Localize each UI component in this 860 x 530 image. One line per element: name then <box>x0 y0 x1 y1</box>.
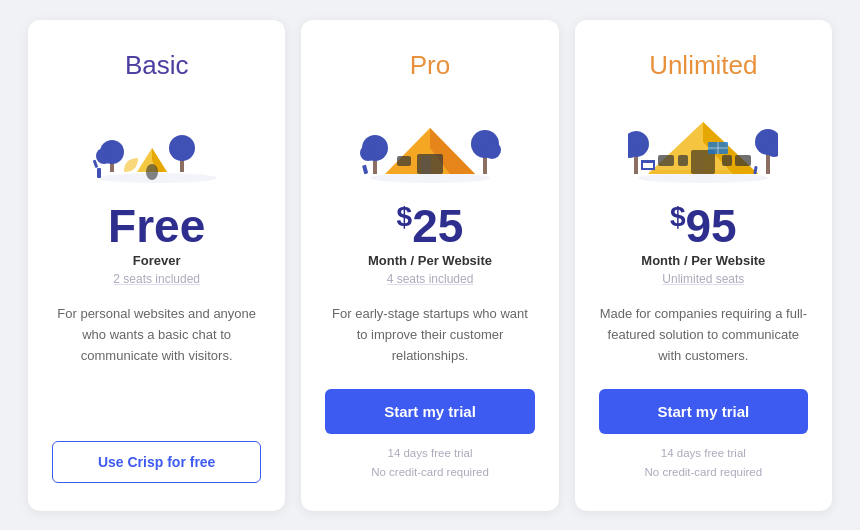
plan-name-basic: Basic <box>125 50 189 81</box>
svg-rect-46 <box>641 160 655 163</box>
plan-description-unlimited: Made for companies requiring a full-feat… <box>599 304 808 366</box>
svg-point-3 <box>146 164 158 180</box>
svg-rect-32 <box>722 155 732 166</box>
plan-seats-basic: 2 seats included <box>113 272 200 286</box>
trial-note-pro: 14 days free trialNo credit-card require… <box>371 444 489 483</box>
pricing-container: Basic <box>0 0 860 530</box>
plan-currency-unlimited: $ <box>670 201 686 232</box>
plan-price-number-pro: 25 <box>412 200 463 252</box>
plan-price-unlimited: $95 <box>670 203 737 249</box>
illustration-unlimited <box>623 95 783 185</box>
svg-point-22 <box>483 141 501 159</box>
svg-rect-10 <box>92 160 98 169</box>
svg-rect-16 <box>397 156 411 166</box>
svg-point-24 <box>638 173 768 183</box>
plan-period-pro: Month / Per Website <box>368 253 492 268</box>
plan-description-basic: For personal websites and anyone who wan… <box>52 304 261 419</box>
svg-point-8 <box>169 135 195 161</box>
svg-rect-45 <box>653 162 655 170</box>
svg-point-6 <box>96 148 112 164</box>
svg-rect-33 <box>735 155 751 166</box>
svg-point-11 <box>370 173 490 183</box>
plan-description-pro: For early-stage startups who want to imp… <box>325 304 534 366</box>
plan-name-pro: Pro <box>410 50 450 81</box>
cta-button-pro[interactable]: Start my trial <box>325 389 534 434</box>
trial-note-unlimited: 14 days free trialNo credit-card require… <box>645 444 763 483</box>
plan-price-pro: $25 <box>397 203 464 249</box>
svg-rect-31 <box>678 155 688 166</box>
plan-seats-pro: 4 seats included <box>387 272 474 286</box>
plan-name-unlimited: Unlimited <box>649 50 757 81</box>
cta-button-unlimited[interactable]: Start my trial <box>599 389 808 434</box>
svg-rect-44 <box>641 162 643 170</box>
svg-rect-15 <box>421 156 431 174</box>
cta-button-basic[interactable]: Use Crisp for free <box>52 441 261 483</box>
svg-point-19 <box>360 145 376 161</box>
plan-seats-unlimited: Unlimited seats <box>662 272 744 286</box>
plan-period-unlimited: Month / Per Website <box>641 253 765 268</box>
svg-rect-30 <box>658 155 674 166</box>
svg-rect-9 <box>97 168 101 178</box>
plan-card-unlimited: Unlimited <box>575 20 832 511</box>
plan-card-pro: Pro <box>301 20 558 511</box>
plan-price-number-unlimited: 95 <box>686 200 737 252</box>
illustration-pro <box>350 95 510 185</box>
plan-period-basic: Forever <box>133 253 181 268</box>
plan-price-basic: Free <box>108 203 205 249</box>
svg-rect-43 <box>641 168 655 170</box>
svg-rect-29 <box>695 152 704 174</box>
plan-card-basic: Basic <box>28 20 285 511</box>
svg-rect-23 <box>362 165 368 175</box>
plan-currency-pro: $ <box>397 201 413 232</box>
illustration-basic <box>77 95 237 185</box>
